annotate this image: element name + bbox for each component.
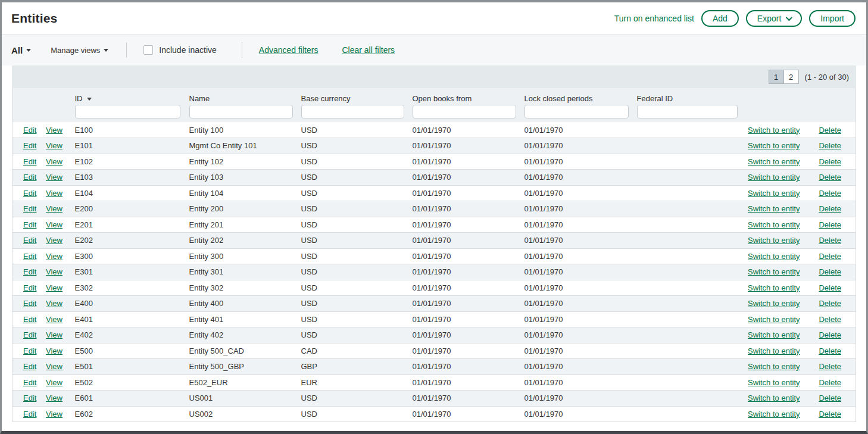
filter-input-name[interactable] bbox=[189, 105, 293, 118]
view-selector-dropdown[interactable]: All bbox=[11, 45, 31, 55]
delete-link[interactable]: Delete bbox=[819, 283, 841, 292]
edit-link[interactable]: Edit bbox=[23, 299, 36, 308]
edit-link[interactable]: Edit bbox=[23, 252, 36, 261]
switch-to-entity-link[interactable]: Switch to entity bbox=[748, 267, 800, 276]
view-link[interactable]: View bbox=[46, 378, 63, 387]
delete-link[interactable]: Delete bbox=[819, 410, 841, 419]
view-link[interactable]: View bbox=[46, 236, 63, 245]
switch-to-entity-link[interactable]: Switch to entity bbox=[748, 394, 800, 402]
filter-input-federal-id[interactable] bbox=[637, 105, 738, 118]
add-button[interactable]: Add bbox=[701, 10, 739, 27]
switch-to-entity-link[interactable]: Switch to entity bbox=[748, 299, 800, 308]
include-inactive-option[interactable]: Include inactive bbox=[143, 45, 217, 55]
view-link[interactable]: View bbox=[46, 173, 63, 182]
edit-link[interactable]: Edit bbox=[23, 220, 36, 229]
delete-link[interactable]: Delete bbox=[819, 204, 841, 213]
filter-input-open-books-from[interactable] bbox=[413, 105, 516, 118]
filter-input-id[interactable] bbox=[75, 105, 180, 118]
import-button[interactable]: Import bbox=[809, 10, 855, 27]
edit-link[interactable]: Edit bbox=[23, 126, 36, 135]
column-header-open-books-from[interactable]: Open books from bbox=[413, 88, 524, 103]
edit-link[interactable]: Edit bbox=[23, 189, 36, 198]
include-inactive-checkbox[interactable] bbox=[143, 45, 153, 55]
clear-all-filters-link[interactable]: Clear all filters bbox=[342, 45, 395, 55]
delete-link[interactable]: Delete bbox=[819, 173, 841, 182]
switch-to-entity-link[interactable]: Switch to entity bbox=[748, 346, 800, 355]
switch-to-entity-link[interactable]: Switch to entity bbox=[748, 220, 800, 229]
switch-to-entity-link[interactable]: Switch to entity bbox=[748, 236, 800, 245]
view-link[interactable]: View bbox=[46, 189, 63, 198]
export-button[interactable]: Export bbox=[746, 10, 802, 27]
edit-link[interactable]: Edit bbox=[23, 283, 36, 292]
edit-link[interactable]: Edit bbox=[23, 173, 36, 182]
delete-link[interactable]: Delete bbox=[819, 157, 841, 166]
view-link[interactable]: View bbox=[46, 299, 63, 308]
page-button-2[interactable]: 2 bbox=[783, 70, 799, 84]
view-link[interactable]: View bbox=[46, 204, 63, 213]
delete-link[interactable]: Delete bbox=[819, 315, 841, 324]
view-link[interactable]: View bbox=[46, 394, 63, 402]
column-header-base-currency[interactable]: Base currency bbox=[301, 88, 413, 103]
edit-link[interactable]: Edit bbox=[23, 362, 36, 371]
delete-link[interactable]: Delete bbox=[819, 126, 841, 135]
view-link[interactable]: View bbox=[46, 346, 63, 355]
edit-link[interactable]: Edit bbox=[23, 204, 36, 213]
column-header-name[interactable]: Name bbox=[189, 88, 301, 103]
delete-link[interactable]: Delete bbox=[819, 299, 841, 308]
view-link[interactable]: View bbox=[46, 252, 63, 261]
switch-to-entity-link[interactable]: Switch to entity bbox=[748, 410, 800, 419]
delete-link[interactable]: Delete bbox=[819, 362, 841, 371]
edit-link[interactable]: Edit bbox=[23, 157, 36, 166]
delete-link[interactable]: Delete bbox=[819, 252, 841, 261]
view-link[interactable]: View bbox=[46, 141, 63, 150]
edit-link[interactable]: Edit bbox=[23, 315, 36, 324]
column-header-federal-id[interactable]: Federal ID bbox=[637, 88, 746, 103]
delete-link[interactable]: Delete bbox=[819, 330, 841, 339]
view-link[interactable]: View bbox=[46, 267, 63, 276]
edit-link[interactable]: Edit bbox=[23, 346, 36, 355]
edit-link[interactable]: Edit bbox=[23, 378, 36, 387]
edit-link[interactable]: Edit bbox=[23, 330, 36, 339]
column-header-lock-closed-periods[interactable]: Lock closed periods bbox=[524, 88, 637, 103]
switch-to-entity-link[interactable]: Switch to entity bbox=[748, 157, 800, 166]
column-header-id[interactable]: ID bbox=[75, 88, 189, 103]
switch-to-entity-link[interactable]: Switch to entity bbox=[748, 189, 800, 198]
delete-link[interactable]: Delete bbox=[819, 267, 841, 276]
view-link[interactable]: View bbox=[46, 362, 63, 371]
delete-link[interactable]: Delete bbox=[819, 141, 841, 150]
delete-link[interactable]: Delete bbox=[819, 394, 841, 402]
delete-link[interactable]: Delete bbox=[819, 236, 841, 245]
view-link[interactable]: View bbox=[46, 220, 63, 229]
view-link[interactable]: View bbox=[46, 315, 63, 324]
page-button-1[interactable]: 1 bbox=[769, 70, 784, 84]
switch-to-entity-link[interactable]: Switch to entity bbox=[748, 283, 800, 292]
view-link[interactable]: View bbox=[46, 126, 63, 135]
edit-link[interactable]: Edit bbox=[23, 267, 36, 276]
advanced-filters-link[interactable]: Advanced filters bbox=[259, 45, 319, 55]
switch-to-entity-link[interactable]: Switch to entity bbox=[748, 173, 800, 182]
switch-to-entity-link[interactable]: Switch to entity bbox=[748, 330, 800, 339]
view-link[interactable]: View bbox=[46, 157, 63, 166]
switch-to-entity-link[interactable]: Switch to entity bbox=[748, 252, 800, 261]
view-link[interactable]: View bbox=[46, 283, 63, 292]
edit-link[interactable]: Edit bbox=[23, 141, 36, 150]
delete-link[interactable]: Delete bbox=[819, 220, 841, 229]
edit-link[interactable]: Edit bbox=[23, 394, 36, 402]
switch-to-entity-link[interactable]: Switch to entity bbox=[748, 141, 800, 150]
switch-to-entity-link[interactable]: Switch to entity bbox=[748, 204, 800, 213]
filter-input-base-currency[interactable] bbox=[301, 105, 404, 118]
switch-to-entity-link[interactable]: Switch to entity bbox=[748, 315, 800, 324]
view-link[interactable]: View bbox=[46, 330, 63, 339]
manage-views-dropdown[interactable]: Manage views bbox=[51, 46, 108, 55]
edit-link[interactable]: Edit bbox=[23, 410, 36, 419]
edit-link[interactable]: Edit bbox=[23, 236, 36, 245]
switch-to-entity-link[interactable]: Switch to entity bbox=[748, 126, 800, 135]
delete-link[interactable]: Delete bbox=[819, 378, 841, 387]
delete-link[interactable]: Delete bbox=[819, 189, 841, 198]
switch-to-entity-link[interactable]: Switch to entity bbox=[748, 362, 800, 371]
delete-link[interactable]: Delete bbox=[819, 346, 841, 355]
enhanced-list-link[interactable]: Turn on enhanced list bbox=[614, 14, 694, 23]
view-link[interactable]: View bbox=[46, 410, 63, 419]
switch-to-entity-link[interactable]: Switch to entity bbox=[748, 378, 800, 387]
filter-input-lock-closed-periods[interactable] bbox=[524, 105, 629, 118]
